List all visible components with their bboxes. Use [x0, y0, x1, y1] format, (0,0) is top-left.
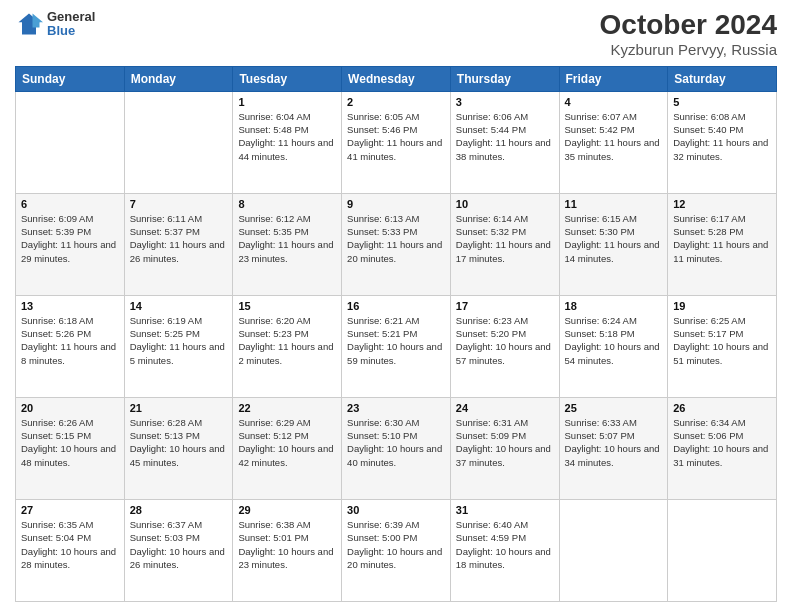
table-row: 27 Sunrise: 6:35 AM Sunset: 5:04 PM Dayl… — [16, 499, 125, 601]
daylight-text: Daylight: 11 hours and 14 minutes. — [565, 239, 660, 263]
table-row: 4 Sunrise: 6:07 AM Sunset: 5:42 PM Dayli… — [559, 91, 668, 193]
daylight-text: Daylight: 10 hours and 48 minutes. — [21, 443, 116, 467]
title-area: October 2024 Kyzburun Pervyy, Russia — [600, 10, 777, 58]
day-info: Sunrise: 6:06 AM Sunset: 5:44 PM Dayligh… — [456, 110, 554, 163]
day-number: 21 — [130, 402, 228, 414]
calendar-week-row: 20 Sunrise: 6:26 AM Sunset: 5:15 PM Dayl… — [16, 397, 777, 499]
logo-icon — [15, 10, 43, 38]
day-number: 10 — [456, 198, 554, 210]
table-row: 24 Sunrise: 6:31 AM Sunset: 5:09 PM Dayl… — [450, 397, 559, 499]
sunset-text: Sunset: 5:44 PM — [456, 124, 526, 135]
day-info: Sunrise: 6:39 AM Sunset: 5:00 PM Dayligh… — [347, 518, 445, 571]
day-number: 30 — [347, 504, 445, 516]
day-info: Sunrise: 6:33 AM Sunset: 5:07 PM Dayligh… — [565, 416, 663, 469]
sunrise-text: Sunrise: 6:05 AM — [347, 111, 419, 122]
day-info: Sunrise: 6:35 AM Sunset: 5:04 PM Dayligh… — [21, 518, 119, 571]
day-info: Sunrise: 6:34 AM Sunset: 5:06 PM Dayligh… — [673, 416, 771, 469]
day-info: Sunrise: 6:05 AM Sunset: 5:46 PM Dayligh… — [347, 110, 445, 163]
sunset-text: Sunset: 5:25 PM — [130, 328, 200, 339]
sunset-text: Sunset: 5:30 PM — [565, 226, 635, 237]
table-row: 9 Sunrise: 6:13 AM Sunset: 5:33 PM Dayli… — [342, 193, 451, 295]
sunrise-text: Sunrise: 6:17 AM — [673, 213, 745, 224]
day-info: Sunrise: 6:20 AM Sunset: 5:23 PM Dayligh… — [238, 314, 336, 367]
table-row: 19 Sunrise: 6:25 AM Sunset: 5:17 PM Dayl… — [668, 295, 777, 397]
table-row: 30 Sunrise: 6:39 AM Sunset: 5:00 PM Dayl… — [342, 499, 451, 601]
daylight-text: Daylight: 11 hours and 2 minutes. — [238, 341, 333, 365]
sunset-text: Sunset: 5:28 PM — [673, 226, 743, 237]
svg-marker-1 — [33, 14, 44, 28]
day-number: 20 — [21, 402, 119, 414]
sunrise-text: Sunrise: 6:20 AM — [238, 315, 310, 326]
sunset-text: Sunset: 5:42 PM — [565, 124, 635, 135]
page-header: General Blue October 2024 Kyzburun Pervy… — [15, 10, 777, 58]
sunset-text: Sunset: 5:46 PM — [347, 124, 417, 135]
day-number: 22 — [238, 402, 336, 414]
table-row: 7 Sunrise: 6:11 AM Sunset: 5:37 PM Dayli… — [124, 193, 233, 295]
sunset-text: Sunset: 5:17 PM — [673, 328, 743, 339]
daylight-text: Daylight: 11 hours and 17 minutes. — [456, 239, 551, 263]
sunset-text: Sunset: 5:33 PM — [347, 226, 417, 237]
table-row: 29 Sunrise: 6:38 AM Sunset: 5:01 PM Dayl… — [233, 499, 342, 601]
daylight-text: Daylight: 11 hours and 23 minutes. — [238, 239, 333, 263]
day-number: 15 — [238, 300, 336, 312]
page-subtitle: Kyzburun Pervyy, Russia — [600, 41, 777, 58]
daylight-text: Daylight: 10 hours and 40 minutes. — [347, 443, 442, 467]
day-info: Sunrise: 6:29 AM Sunset: 5:12 PM Dayligh… — [238, 416, 336, 469]
table-row: 23 Sunrise: 6:30 AM Sunset: 5:10 PM Dayl… — [342, 397, 451, 499]
daylight-text: Daylight: 11 hours and 41 minutes. — [347, 137, 442, 161]
sunrise-text: Sunrise: 6:18 AM — [21, 315, 93, 326]
table-row: 3 Sunrise: 6:06 AM Sunset: 5:44 PM Dayli… — [450, 91, 559, 193]
day-number: 29 — [238, 504, 336, 516]
sunset-text: Sunset: 5:39 PM — [21, 226, 91, 237]
table-row: 16 Sunrise: 6:21 AM Sunset: 5:21 PM Dayl… — [342, 295, 451, 397]
day-info: Sunrise: 6:04 AM Sunset: 5:48 PM Dayligh… — [238, 110, 336, 163]
table-row: 21 Sunrise: 6:28 AM Sunset: 5:13 PM Dayl… — [124, 397, 233, 499]
day-number: 4 — [565, 96, 663, 108]
sunset-text: Sunset: 5:32 PM — [456, 226, 526, 237]
sunrise-text: Sunrise: 6:08 AM — [673, 111, 745, 122]
sunset-text: Sunset: 5:06 PM — [673, 430, 743, 441]
day-number: 26 — [673, 402, 771, 414]
table-row: 26 Sunrise: 6:34 AM Sunset: 5:06 PM Dayl… — [668, 397, 777, 499]
table-row: 15 Sunrise: 6:20 AM Sunset: 5:23 PM Dayl… — [233, 295, 342, 397]
daylight-text: Daylight: 10 hours and 23 minutes. — [238, 546, 333, 570]
sunrise-text: Sunrise: 6:35 AM — [21, 519, 93, 530]
daylight-text: Daylight: 11 hours and 26 minutes. — [130, 239, 225, 263]
daylight-text: Daylight: 10 hours and 31 minutes. — [673, 443, 768, 467]
table-row: 22 Sunrise: 6:29 AM Sunset: 5:12 PM Dayl… — [233, 397, 342, 499]
sunset-text: Sunset: 5:35 PM — [238, 226, 308, 237]
sunset-text: Sunset: 5:13 PM — [130, 430, 200, 441]
table-row: 5 Sunrise: 6:08 AM Sunset: 5:40 PM Dayli… — [668, 91, 777, 193]
sunrise-text: Sunrise: 6:12 AM — [238, 213, 310, 224]
sunrise-text: Sunrise: 6:31 AM — [456, 417, 528, 428]
day-info: Sunrise: 6:30 AM Sunset: 5:10 PM Dayligh… — [347, 416, 445, 469]
sunrise-text: Sunrise: 6:14 AM — [456, 213, 528, 224]
table-row: 2 Sunrise: 6:05 AM Sunset: 5:46 PM Dayli… — [342, 91, 451, 193]
table-row — [16, 91, 125, 193]
day-info: Sunrise: 6:17 AM Sunset: 5:28 PM Dayligh… — [673, 212, 771, 265]
col-monday: Monday — [124, 66, 233, 91]
day-info: Sunrise: 6:38 AM Sunset: 5:01 PM Dayligh… — [238, 518, 336, 571]
day-number: 27 — [21, 504, 119, 516]
daylight-text: Daylight: 10 hours and 18 minutes. — [456, 546, 551, 570]
sunrise-text: Sunrise: 6:26 AM — [21, 417, 93, 428]
daylight-text: Daylight: 11 hours and 20 minutes. — [347, 239, 442, 263]
daylight-text: Daylight: 11 hours and 38 minutes. — [456, 137, 551, 161]
calendar-header-row: Sunday Monday Tuesday Wednesday Thursday… — [16, 66, 777, 91]
day-info: Sunrise: 6:21 AM Sunset: 5:21 PM Dayligh… — [347, 314, 445, 367]
sunrise-text: Sunrise: 6:38 AM — [238, 519, 310, 530]
daylight-text: Daylight: 11 hours and 5 minutes. — [130, 341, 225, 365]
sunrise-text: Sunrise: 6:09 AM — [21, 213, 93, 224]
table-row: 13 Sunrise: 6:18 AM Sunset: 5:26 PM Dayl… — [16, 295, 125, 397]
table-row: 12 Sunrise: 6:17 AM Sunset: 5:28 PM Dayl… — [668, 193, 777, 295]
sunrise-text: Sunrise: 6:30 AM — [347, 417, 419, 428]
sunrise-text: Sunrise: 6:19 AM — [130, 315, 202, 326]
sunset-text: Sunset: 5:03 PM — [130, 532, 200, 543]
sunset-text: Sunset: 5:26 PM — [21, 328, 91, 339]
calendar-page: General Blue October 2024 Kyzburun Pervy… — [0, 0, 792, 612]
day-number: 14 — [130, 300, 228, 312]
calendar-week-row: 6 Sunrise: 6:09 AM Sunset: 5:39 PM Dayli… — [16, 193, 777, 295]
sunset-text: Sunset: 5:18 PM — [565, 328, 635, 339]
day-info: Sunrise: 6:28 AM Sunset: 5:13 PM Dayligh… — [130, 416, 228, 469]
col-sunday: Sunday — [16, 66, 125, 91]
